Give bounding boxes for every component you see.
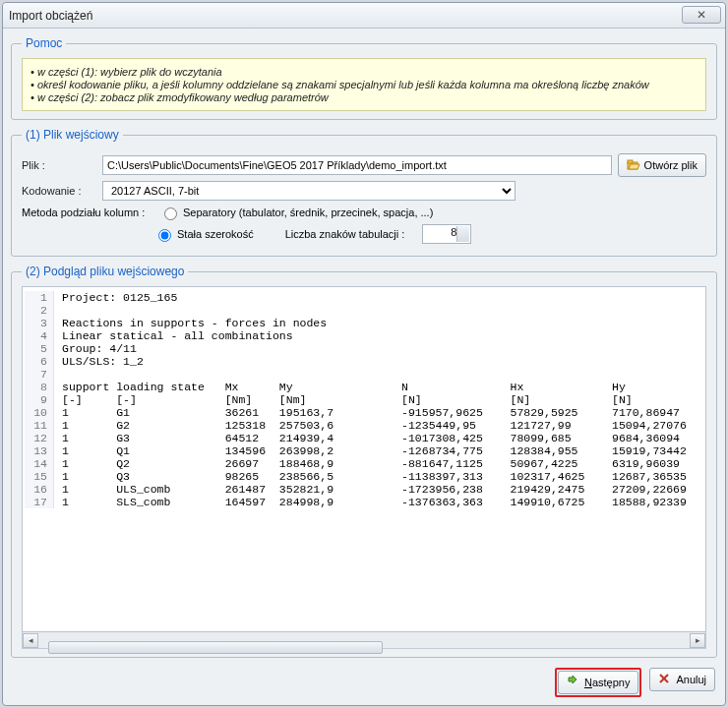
next-button-highlight: Następny — [555, 668, 641, 697]
dialog-window: Import obciążeń ✕ Pomoc • w części (1): … — [2, 2, 726, 706]
next-button[interactable]: Następny — [558, 671, 638, 694]
file-label: Plik : — [22, 159, 102, 171]
encoding-row: Kodowanie : 20127 ASCII, 7-bit — [22, 181, 706, 201]
cancel-button[interactable]: Anuluj — [649, 668, 715, 691]
open-file-label: Otwórz plik — [644, 159, 698, 171]
help-line: • w części (2): zobacz plik zmodyfikowan… — [30, 91, 698, 103]
cancel-button-label: Anuluj — [676, 674, 706, 685]
file-path-input[interactable] — [102, 155, 612, 175]
folder-open-icon — [627, 158, 640, 172]
split-label: Metoda podziału kolumn : — [22, 206, 153, 218]
arrow-right-icon — [567, 676, 580, 689]
separator-radio-label: Separatory (tabulator, średnik, przecine… — [183, 206, 433, 218]
scroll-thumb[interactable] — [48, 641, 383, 654]
separator-radio-input[interactable] — [164, 207, 177, 220]
svg-rect-1 — [628, 160, 633, 163]
preview-legend: (2) Podgląd pliku wejściowego — [22, 265, 188, 278]
scroll-left-button[interactable]: ◂ — [23, 633, 38, 648]
cancel-icon — [658, 673, 672, 686]
titlebar: Import obciążeń ✕ — [3, 3, 725, 29]
preview-textarea[interactable]: 1 2 3 4 5 6 7 8 9 10 11 12 13 14 15 16 1… — [22, 286, 706, 632]
file-row: Plik : Otwórz plik — [22, 153, 706, 177]
window-title: Import obciążeń — [9, 9, 92, 23]
help-line: • określ kodowanie pliku, a jeśli kolumn… — [30, 79, 698, 90]
fixed-width-radio-input[interactable] — [158, 229, 171, 242]
horizontal-scrollbar[interactable]: ◂ ▸ — [22, 632, 706, 649]
input-file-legend: (1) Plik wejściowy — [22, 128, 123, 142]
fixed-width-radio[interactable]: Stała szerokość — [153, 226, 254, 242]
line-number-gutter: 1 2 3 4 5 6 7 8 9 10 11 12 13 14 15 16 1… — [25, 291, 54, 508]
input-file-group: (1) Plik wejściowy Plik : Otwórz plik Ko… — [11, 128, 717, 257]
scroll-right-button[interactable]: ▸ — [690, 633, 705, 648]
help-box: • w części (1): wybierz plik do wczytani… — [22, 58, 706, 111]
tab-count-value: 8 — [451, 226, 456, 238]
help-line: • w części (1): wybierz plik do wczytani… — [30, 66, 698, 78]
footer: Następny Anuluj — [11, 662, 717, 699]
help-legend: Pomoc — [22, 36, 66, 50]
close-button[interactable]: ✕ — [682, 6, 721, 24]
split-method-row: Metoda podziału kolumn : Separatory (tab… — [22, 205, 706, 220]
fixed-width-radio-label: Stała szerokość — [177, 228, 254, 240]
open-file-button[interactable]: Otwórz plik — [618, 153, 706, 177]
close-icon: ✕ — [697, 8, 706, 22]
preview-code: Project: 0125_165 Reactions in supports … — [54, 291, 687, 508]
tab-count-spinner[interactable]: 8 — [422, 224, 471, 244]
encoding-label: Kodowanie : — [22, 185, 102, 197]
next-button-label: Następny — [584, 677, 630, 688]
separator-radio[interactable]: Separatory (tabulator, średnik, przecine… — [159, 205, 433, 220]
tab-count-label: Liczba znaków tabulacji : — [285, 228, 405, 240]
help-group: Pomoc • w części (1): wybierz plik do wc… — [11, 36, 717, 120]
fixed-width-row: Stała szerokość Liczba znaków tabulacji … — [153, 224, 706, 244]
preview-group: (2) Podgląd pliku wejściowego 1 2 3 4 5 … — [11, 265, 717, 658]
encoding-combo[interactable]: 20127 ASCII, 7-bit — [102, 181, 516, 201]
content-area: Pomoc • w części (1): wybierz plik do wc… — [3, 29, 725, 705]
